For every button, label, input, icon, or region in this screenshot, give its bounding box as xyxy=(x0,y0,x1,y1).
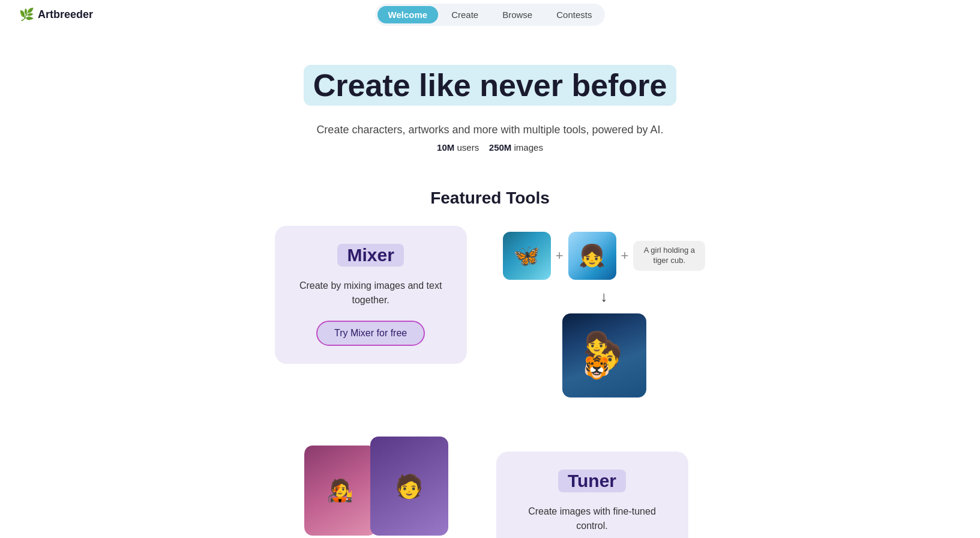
arrow-down-icon: ↓ xyxy=(601,288,608,305)
navbar: 🌿 Artbreeder Welcome Create Browse Conte… xyxy=(0,0,980,29)
mixer-inputs: 🦋 + 👧 + A girl holding a tiger cub. xyxy=(503,232,706,280)
featured-tools-section: Featured Tools xyxy=(0,177,980,208)
stat-images-count: 250M xyxy=(489,142,512,153)
mixer-row: Mixer Create by mixing images and text t… xyxy=(154,226,826,397)
nav-tab-contests[interactable]: Contests xyxy=(546,6,603,23)
nav-tab-welcome[interactable]: Welcome xyxy=(377,6,439,23)
plus-icon-2: + xyxy=(621,248,629,264)
tuner-name: Tuner xyxy=(558,470,626,492)
tuner-preview-images xyxy=(292,434,460,536)
mixer-description: Create by mixing images and text togethe… xyxy=(296,279,445,307)
stat-images-label: images xyxy=(514,142,543,153)
hero-stats: 10M users 250M images xyxy=(12,142,968,153)
mixer-input-image-1: 🦋 xyxy=(503,232,551,280)
hero-section: Create like never before Create characte… xyxy=(0,29,980,177)
stat-users-label: users xyxy=(457,142,479,153)
tuner-description: Create images with fine-tuned control. xyxy=(518,504,667,533)
tuner-name-badge: Tuner xyxy=(518,470,667,496)
logo[interactable]: 🌿 Artbreeder xyxy=(19,7,93,22)
nav-tab-browse[interactable]: Browse xyxy=(492,6,543,23)
mixer-result-image: 🧒 xyxy=(562,313,646,397)
mixer-card: Mixer Create by mixing images and text t… xyxy=(275,226,467,364)
try-mixer-button[interactable]: Try Mixer for free xyxy=(316,321,425,346)
mixer-name: Mixer xyxy=(337,244,403,267)
stat-users-count: 10M xyxy=(437,142,454,153)
mixer-text-prompt: A girl holding a tiger cub. xyxy=(633,241,705,271)
tuner-preview-image-2 xyxy=(370,437,448,536)
nav-tab-create[interactable]: Create xyxy=(440,6,489,23)
hero-title-wrap: Create like never before xyxy=(304,65,677,106)
logo-icon: 🌿 xyxy=(19,7,34,22)
hero-subtitle: Create characters, artworks and more wit… xyxy=(12,124,968,136)
hero-title: Create like never before xyxy=(313,68,667,103)
mixer-name-badge: Mixer xyxy=(296,244,445,270)
tuner-row: Tuner Create images with fine-tuned cont… xyxy=(154,434,826,538)
logo-text: Artbreeder xyxy=(38,8,93,21)
plus-icon-1: + xyxy=(556,248,564,264)
tuner-card: Tuner Create images with fine-tuned cont… xyxy=(496,452,688,538)
featured-tools-title: Featured Tools xyxy=(12,189,968,208)
nav-tabs: Welcome Create Browse Contests xyxy=(375,4,606,26)
tools-container: Mixer Create by mixing images and text t… xyxy=(130,226,850,538)
tuner-preview-image-1 xyxy=(304,446,376,536)
mixer-visual: 🦋 + 👧 + A girl holding a tiger cub. ↓ 🧒 xyxy=(503,226,706,397)
mixer-input-image-2: 👧 xyxy=(568,232,616,280)
